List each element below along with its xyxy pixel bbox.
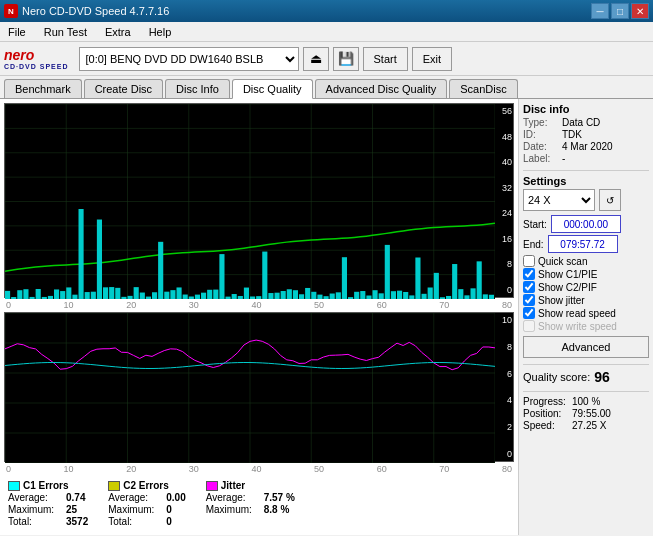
jitter-avg-val: 7.57 % — [264, 492, 295, 503]
id-val: TDK — [562, 129, 582, 140]
date-val: 4 Mar 2020 — [562, 141, 613, 152]
disc-info-title: Disc info — [523, 103, 649, 115]
progress-val: 100 % — [572, 396, 600, 407]
jitter-max-val: 8.8 % — [264, 504, 290, 515]
show-jitter-label: Show jitter — [538, 295, 585, 306]
tab-bar: Benchmark Create Disc Disc Info Disc Qua… — [0, 76, 653, 99]
quality-score-label: Quality score: — [523, 371, 590, 383]
jitter-avg-label: Average: — [206, 492, 261, 503]
quality-score-section: Quality score: 96 — [523, 369, 649, 385]
legend-c1: C1 Errors Average:0.74 Maximum:25 Total:… — [8, 480, 88, 527]
exit-button[interactable]: Exit — [412, 47, 452, 71]
jitter-color — [206, 481, 218, 491]
jitter-title: Jitter — [221, 480, 245, 491]
c1-avg-val: 0.74 — [66, 492, 85, 503]
quick-scan-check[interactable] — [523, 255, 535, 267]
show-jitter-check[interactable] — [523, 294, 535, 306]
drive-select[interactable]: [0:0] BENQ DVD DD DW1640 BSLB — [79, 47, 299, 71]
c2-color — [108, 481, 120, 491]
chart-top-xaxis: 01020304050607080 — [4, 300, 514, 310]
id-key: ID: — [523, 129, 558, 140]
menu-extra[interactable]: Extra — [101, 24, 135, 40]
start-button[interactable]: Start — [363, 47, 408, 71]
right-panel: Disc info Type: Data CD ID: TDK Date: 4 … — [518, 99, 653, 535]
c1-max-label: Maximum: — [8, 504, 63, 515]
progress-label: Progress: — [523, 396, 568, 407]
label-key: Label: — [523, 153, 558, 164]
titlebar-left: N Nero CD-DVD Speed 4.7.7.16 — [4, 4, 169, 18]
toolbar: nero CD·DVD SPEED [0:0] BENQ DVD DD DW16… — [0, 42, 653, 76]
progress-section: Progress: 100 % Position: 79:55.00 Speed… — [523, 396, 649, 431]
chart-top-yaxis: 56484032241680 — [501, 104, 513, 297]
chart-top: 56484032241680 — [4, 103, 514, 298]
c1-title: C1 Errors — [23, 480, 69, 491]
type-val: Data CD — [562, 117, 600, 128]
jitter-max-label: Maximum: — [206, 504, 261, 515]
close-button[interactable]: ✕ — [631, 3, 649, 19]
show-write-speed-check[interactable] — [523, 320, 535, 332]
end-label: End: — [523, 239, 544, 250]
c1-total-val: 3572 — [66, 516, 88, 527]
quality-score-value: 96 — [594, 369, 610, 385]
c1-max-val: 25 — [66, 504, 77, 515]
app-icon: N — [4, 4, 18, 18]
position-val: 79:55.00 — [572, 408, 611, 419]
tab-advanced-disc-quality[interactable]: Advanced Disc Quality — [315, 79, 448, 98]
c2-title: C2 Errors — [123, 480, 169, 491]
speed-val: 27.25 X — [572, 420, 606, 431]
speed-label: Speed: — [523, 420, 568, 431]
c2-max-label: Maximum: — [108, 504, 163, 515]
c2-total-label: Total: — [108, 516, 163, 527]
type-key: Type: — [523, 117, 558, 128]
tab-benchmark[interactable]: Benchmark — [4, 79, 82, 98]
settings-section: Settings 24 X Maximum 4 X 8 X 16 X 32 X … — [523, 175, 649, 358]
save-button[interactable]: 💾 — [333, 47, 359, 71]
show-c1pie-check[interactable] — [523, 268, 535, 280]
disc-info-section: Disc info Type: Data CD ID: TDK Date: 4 … — [523, 103, 649, 164]
c1-avg-label: Average: — [8, 492, 63, 503]
menubar: File Run Test Extra Help — [0, 22, 653, 42]
speed-select[interactable]: 24 X Maximum 4 X 8 X 16 X 32 X 40 X 48 X — [523, 189, 595, 211]
titlebar-controls[interactable]: ─ □ ✕ — [591, 3, 649, 19]
c1-total-label: Total: — [8, 516, 63, 527]
titlebar-title: Nero CD-DVD Speed 4.7.7.16 — [22, 5, 169, 17]
position-label: Position: — [523, 408, 568, 419]
date-key: Date: — [523, 141, 558, 152]
show-c1pie-label: Show C1/PIE — [538, 269, 597, 280]
advanced-button[interactable]: Advanced — [523, 336, 649, 358]
c2-total-val: 0 — [166, 516, 172, 527]
show-write-speed-label: Show write speed — [538, 321, 617, 332]
quick-scan-label: Quick scan — [538, 256, 587, 267]
show-read-speed-check[interactable] — [523, 307, 535, 319]
titlebar: N Nero CD-DVD Speed 4.7.7.16 ─ □ ✕ — [0, 0, 653, 22]
show-c2pif-label: Show C2/PIF — [538, 282, 597, 293]
refresh-button[interactable]: ↺ — [599, 189, 621, 211]
maximize-button[interactable]: □ — [611, 3, 629, 19]
chart-bottom: 1086420 — [4, 312, 514, 462]
nero-logo: nero CD·DVD SPEED — [4, 47, 69, 70]
settings-title: Settings — [523, 175, 649, 187]
chart-bottom-xaxis: 01020304050607080 — [4, 464, 514, 474]
start-label: Start: — [523, 219, 547, 230]
end-input[interactable] — [548, 235, 618, 253]
tab-scandisc[interactable]: ScanDisc — [449, 79, 517, 98]
start-input[interactable] — [551, 215, 621, 233]
tab-create-disc[interactable]: Create Disc — [84, 79, 163, 98]
legend-jitter: Jitter Average:7.57 % Maximum:8.8 % — [206, 480, 295, 527]
minimize-button[interactable]: ─ — [591, 3, 609, 19]
menu-help[interactable]: Help — [145, 24, 176, 40]
eject-button[interactable]: ⏏ — [303, 47, 329, 71]
chart-bottom-yaxis: 1086420 — [501, 313, 513, 461]
legend-c2: C2 Errors Average:0.00 Maximum:0 Total:0 — [108, 480, 185, 527]
c2-avg-val: 0.00 — [166, 492, 185, 503]
c2-max-val: 0 — [166, 504, 172, 515]
c1-color — [8, 481, 20, 491]
show-read-speed-label: Show read speed — [538, 308, 616, 319]
c2-avg-label: Average: — [108, 492, 163, 503]
tab-disc-info[interactable]: Disc Info — [165, 79, 230, 98]
tab-disc-quality[interactable]: Disc Quality — [232, 79, 313, 99]
show-c2pif-check[interactable] — [523, 281, 535, 293]
menu-run-test[interactable]: Run Test — [40, 24, 91, 40]
label-val: - — [562, 153, 565, 164]
menu-file[interactable]: File — [4, 24, 30, 40]
